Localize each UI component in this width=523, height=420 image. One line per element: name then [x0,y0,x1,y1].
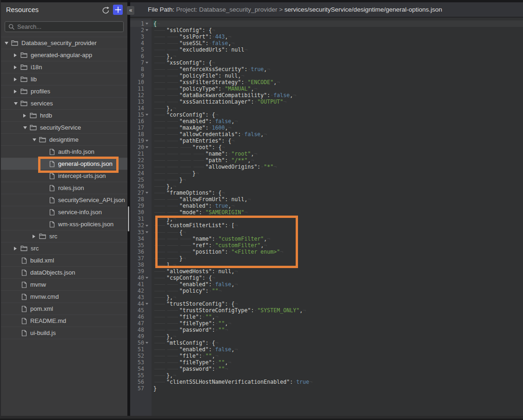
code-line[interactable]: },¬ [153,333,523,340]
fold-toggle-icon[interactable] [146,225,148,227]
code-line[interactable]: "enforceXssSecurity":·true,¬ [153,66,523,72]
tree-row-pom.xml[interactable]: pom.xml [1,302,127,315]
code-line[interactable]: "enabled":·false,¬ [153,118,523,125]
chevron-right-icon[interactable] [14,90,20,93]
add-button[interactable] [113,5,123,15]
fold-toggle-icon[interactable] [146,342,148,344]
code-line[interactable]: } [153,385,523,392]
search-input[interactable] [17,22,119,32]
code-line[interactable]: },¬ [153,105,523,112]
code-line[interactable]: }¬ [153,170,523,177]
tree-row-service-info.json[interactable]: service-info.json [1,206,127,218]
code-line[interactable]: "password":·""¬ [153,366,523,372]
code-line[interactable]: "allowedHosts":·null,¬ [153,268,523,275]
code-line[interactable]: "excludedUrls":·null¬ [153,46,523,53]
tree-row-services[interactable]: services [1,97,127,109]
code-line[interactable]: }¬ [153,177,523,183]
code-line[interactable]: "allowFromUrl":·null,¬ [153,196,523,203]
code-line[interactable]: "policyType":·"MANUAL",¬ [153,85,523,92]
tree-row-hrdb[interactable]: hrdb [1,109,127,121]
chevron-down-icon[interactable] [33,138,39,141]
code-line[interactable]: "corsConfig":·{¬ [153,112,523,118]
tree-row-profiles[interactable]: profiles [1,85,127,97]
code-line[interactable]: "file":·"",¬ [153,353,523,359]
tree-row-ui-build.js[interactable]: ui-build.js [1,327,127,339]
tree-row-auth-info.json[interactable]: auth-info.json [1,145,127,158]
code-line[interactable]: "policyFile":·null,¬ [153,72,523,79]
fold-toggle-icon[interactable] [146,146,148,148]
tree-row-designtime[interactable]: designtime [1,133,127,145]
code-line[interactable]: "mtlsConfig":·{¬ [153,340,523,346]
sidebar-scrollbar-thumb[interactable] [128,206,129,231]
code-line[interactable]: "fileType":·"",¬ [153,359,523,366]
chevron-down-icon[interactable] [14,102,20,105]
tree-row-dataObjects.json[interactable]: dataObjects.json [1,266,127,278]
code-line[interactable]: },¬ [153,183,523,190]
fold-toggle-icon[interactable] [146,140,148,142]
refresh-icon[interactable] [101,6,110,15]
tree-row-securityService_API.json[interactable]: securityService_API.json [1,194,127,206]
chevron-down-icon[interactable] [5,42,11,45]
code-line[interactable]: "enabled":·false,¬ [153,281,523,288]
code-line[interactable]: "enabled":·true,¬ [153,203,523,209]
tree-row-wm-xss-policies.json[interactable]: wm-xss-policies.json [1,218,127,230]
tree-row-build.xml[interactable]: build.xml [1,254,127,266]
code-line[interactable]: "allowCredentials":·false,¬ [153,131,523,138]
tree-row-lib[interactable]: lib [1,73,127,85]
chevron-right-icon[interactable] [14,78,20,81]
chevron-right-icon[interactable] [14,53,20,57]
code-line[interactable]: "password":·""¬ [153,327,523,333]
code-line[interactable]: "policy":·""¬ [153,288,523,294]
fold-toggle-icon[interactable] [146,277,148,279]
code-line[interactable]: "sslPort":·443,¬ [153,33,523,40]
code-line[interactable]: "allowedOrigins":·"*"¬ [153,164,523,170]
tree-row-i18n[interactable]: i18n [1,61,127,73]
tree-row-README.md[interactable]: README.md [1,315,127,327]
chevron-right-icon[interactable] [14,66,20,69]
code-line[interactable]: "sslConfig":·{¬ [153,27,523,33]
tree-row-src[interactable]: src [1,230,127,242]
chevron-down-icon[interactable] [23,126,30,129]
code-line[interactable]: "xssConfig":·{¬ [153,59,523,66]
chevron-right-icon[interactable] [23,114,30,118]
code-line[interactable]: "frameOptions":·{¬ [153,190,523,196]
fold-toggle-icon[interactable] [146,303,148,305]
code-line[interactable]: "file":·"",¬ [153,314,523,320]
code-line[interactable]: "pathEntries":·{¬ [153,138,523,144]
fold-toggle-icon[interactable] [146,192,148,194]
code-line[interactable]: "mode":·"SAMEORIGIN"¬ [153,209,523,216]
code-line[interactable]: "dataBackwardCompatibility":·false,¬ [153,92,523,98]
code-line[interactable]: "path":·"/**",¬ [153,157,523,164]
chevron-right-icon[interactable] [14,247,20,250]
tree-row-src[interactable]: src [1,242,127,254]
code-line[interactable]: "fileType":·"",¬ [153,320,523,327]
tree-row-Database_security_provider[interactable]: Database_security_provider [1,37,127,49]
code-line[interactable]: },¬ [153,294,523,301]
tree-row-securityService[interactable]: securityService [1,121,127,133]
code-line[interactable]: "cspConfig":·{¬ [153,275,523,281]
code-content[interactable]: {¬"sslConfig":·{¬"sslPort":·443,¬"useSSL… [153,20,523,392]
tree-row-generated-angular-app[interactable]: generated-angular-app [1,49,127,61]
code-line[interactable]: "xssSanitizationLayer":·"OUTPUT"¬ [153,98,523,105]
code-line[interactable]: "maxAge":·1600,¬ [153,125,523,131]
chevron-right-icon[interactable] [33,235,39,238]
collapse-sidebar-button[interactable]: « [127,6,134,15]
code-line[interactable]: },¬ [153,372,523,379]
code-line[interactable]: },¬ [153,53,523,59]
tree-row-mvnw.cmd[interactable]: mvnw.cmd [1,290,127,302]
fold-toggle-icon[interactable] [146,231,148,233]
code-line[interactable]: "trustStoreConfig":·{¬ [153,301,523,307]
fold-toggle-icon[interactable] [146,29,148,31]
fold-toggle-icon[interactable] [146,62,148,64]
code-line[interactable]: "root":·{¬ [153,144,523,151]
code-line[interactable]: "xssFilterStrategy":·"ENCODE",¬ [153,79,523,85]
fold-toggle-icon[interactable] [146,114,148,116]
code-line[interactable]: "name":·"root",¬ [153,151,523,157]
code-line[interactable]: "enabled":·false,¬ [153,346,523,353]
tree-row-roles.json[interactable]: roles.json [1,182,127,194]
code-line[interactable]: "clientSSLHostNameVerificationEnabled":·… [153,379,523,385]
tree-row-mvnw[interactable]: mvnw [1,278,127,290]
code-line[interactable]: "trustStoreConfigType":·"SYSTEM_ONLY",¬ [153,307,523,314]
fold-toggle-icon[interactable] [146,23,148,25]
code-line[interactable]: {¬ [153,20,523,27]
